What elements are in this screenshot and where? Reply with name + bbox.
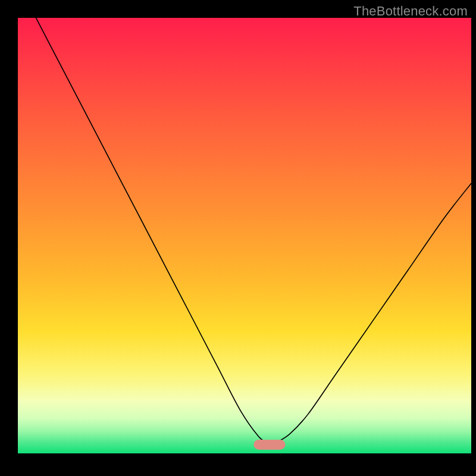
plot-area <box>18 18 471 453</box>
watermark-text: TheBottleneck.com <box>353 4 468 19</box>
chart-frame: TheBottleneck.com <box>0 0 476 476</box>
gradient-background <box>18 18 471 453</box>
plot-svg <box>18 18 471 453</box>
optimum-marker <box>253 440 285 450</box>
